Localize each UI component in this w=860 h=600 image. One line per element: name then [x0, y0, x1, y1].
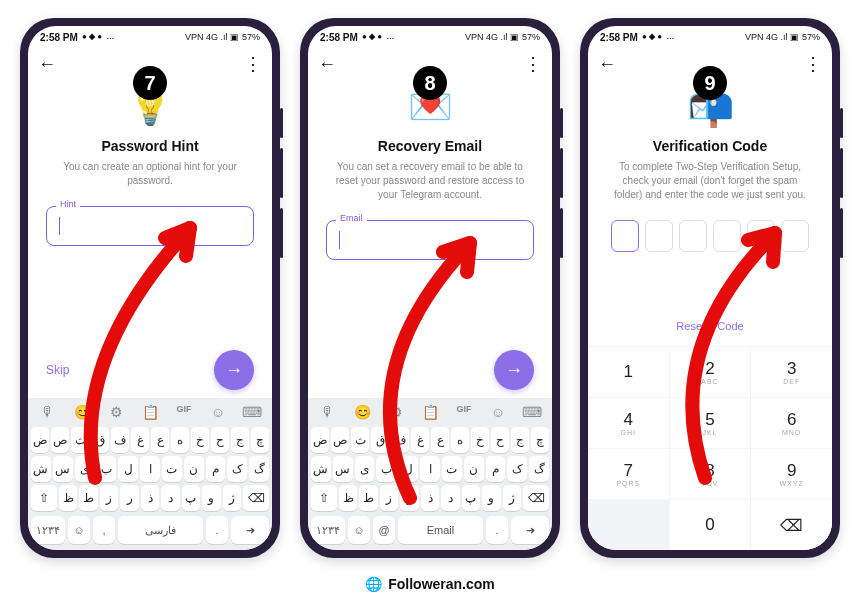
keyboard[interactable]: 🎙 😊 ⚙ 📋 GIF ☺ ⌨ ضصثقفغعهخحجچ شسیبلاتنمکگ…: [308, 398, 552, 550]
kbd-enter[interactable]: ➜: [231, 516, 269, 544]
mic-icon[interactable]: 🎙: [317, 404, 339, 420]
kbd-key[interactable]: ذ: [141, 485, 159, 511]
kbd-key[interactable]: ث: [71, 427, 89, 453]
kbd-key[interactable]: ح: [491, 427, 509, 453]
numpad-0[interactable]: 0: [670, 500, 751, 550]
kbd-key[interactable]: ا: [420, 456, 440, 482]
kbd-key[interactable]: گ: [529, 456, 549, 482]
kbd-key[interactable]: و: [482, 485, 500, 511]
kbd-space[interactable]: Email: [398, 516, 483, 544]
kbd-at[interactable]: @: [373, 516, 395, 544]
kbd-key[interactable]: ث: [351, 427, 369, 453]
kbd-key[interactable]: ی: [355, 456, 375, 482]
back-icon[interactable]: ←: [318, 55, 336, 73]
kbd-numbers[interactable]: ۱۲۳۴: [31, 516, 65, 544]
kbd-key[interactable]: ظ: [59, 485, 77, 511]
numpad-5[interactable]: 5JKL: [670, 398, 751, 448]
kbd-key[interactable]: گ: [249, 456, 269, 482]
kbd-key[interactable]: ض: [31, 427, 49, 453]
layout-icon[interactable]: ⌨: [241, 404, 263, 420]
kbd-key[interactable]: ع: [431, 427, 449, 453]
numpad[interactable]: 12ABC3DEF4GHI5JKL6MNO7PQRS8TUV9WXYZ0⌫: [588, 346, 832, 550]
kbd-key[interactable]: ب: [376, 456, 396, 482]
more-icon[interactable]: ⋮: [524, 55, 542, 73]
numpad-4[interactable]: 4GHI: [588, 398, 669, 448]
kbd-key[interactable]: ج: [231, 427, 249, 453]
numpad-6[interactable]: 6MNO: [751, 398, 832, 448]
kbd-backspace[interactable]: ⌫: [523, 485, 549, 511]
kbd-key[interactable]: پ: [462, 485, 480, 511]
kbd-emoji[interactable]: ☺: [68, 516, 90, 544]
kbd-key[interactable]: خ: [191, 427, 209, 453]
gear-icon[interactable]: ⚙: [105, 404, 127, 420]
numpad-9[interactable]: 9WXYZ: [751, 449, 832, 499]
kbd-key[interactable]: ش: [31, 456, 51, 482]
kbd-key[interactable]: ن: [464, 456, 484, 482]
hint-input[interactable]: [46, 206, 254, 246]
next-button[interactable]: →: [214, 350, 254, 390]
kbd-key[interactable]: ص: [51, 427, 69, 453]
kbd-key[interactable]: پ: [182, 485, 200, 511]
kbd-key[interactable]: د: [161, 485, 179, 511]
emoji-icon[interactable]: 😊: [351, 404, 373, 420]
back-icon[interactable]: ←: [598, 55, 616, 73]
kbd-key[interactable]: ژ: [223, 485, 241, 511]
kbd-key[interactable]: ج: [511, 427, 529, 453]
kbd-key[interactable]: ی: [75, 456, 95, 482]
kbd-period[interactable]: .: [486, 516, 508, 544]
kbd-key[interactable]: ت: [162, 456, 182, 482]
kbd-key[interactable]: د: [441, 485, 459, 511]
kbd-key[interactable]: ا: [140, 456, 160, 482]
gif-icon[interactable]: GIF: [453, 404, 475, 420]
layout-icon[interactable]: ⌨: [521, 404, 543, 420]
kbd-key[interactable]: ط: [79, 485, 97, 511]
kbd-key[interactable]: ز: [380, 485, 398, 511]
kbd-key[interactable]: ب: [96, 456, 116, 482]
kbd-key[interactable]: غ: [131, 427, 149, 453]
more-icon[interactable]: ⋮: [804, 55, 822, 73]
kbd-key[interactable]: ص: [331, 427, 349, 453]
kbd-lang[interactable]: ,: [93, 516, 115, 544]
sticker-icon[interactable]: ☺: [207, 404, 229, 420]
emoji-icon[interactable]: 😊: [71, 404, 93, 420]
kbd-key[interactable]: ض: [311, 427, 329, 453]
skip-button[interactable]: Skip: [46, 363, 69, 377]
kbd-period[interactable]: .: [206, 516, 228, 544]
kbd-key[interactable]: ه: [171, 427, 189, 453]
gear-icon[interactable]: ⚙: [385, 404, 407, 420]
kbd-numbers[interactable]: ۱۲۳۴: [311, 516, 345, 544]
kbd-key[interactable]: ک: [507, 456, 527, 482]
kbd-shift[interactable]: ⇧: [311, 485, 337, 511]
numpad-delete[interactable]: ⌫: [751, 500, 832, 550]
kbd-key[interactable]: ژ: [503, 485, 521, 511]
keyboard[interactable]: 🎙 😊 ⚙ 📋 GIF ☺ ⌨ ضصثقفغعهخحجچ شسیبلاتنمکگ…: [28, 398, 272, 550]
kbd-key[interactable]: خ: [471, 427, 489, 453]
resend-button[interactable]: Resend Code: [588, 320, 832, 346]
more-icon[interactable]: ⋮: [244, 55, 262, 73]
clipboard-icon[interactable]: 📋: [139, 404, 161, 420]
back-icon[interactable]: ←: [38, 55, 56, 73]
mic-icon[interactable]: 🎙: [37, 404, 59, 420]
kbd-key[interactable]: ل: [398, 456, 418, 482]
kbd-shift[interactable]: ⇧: [31, 485, 57, 511]
kbd-key[interactable]: ط: [359, 485, 377, 511]
kbd-key[interactable]: چ: [531, 427, 549, 453]
email-input[interactable]: [326, 220, 534, 260]
kbd-key[interactable]: س: [53, 456, 73, 482]
kbd-key[interactable]: غ: [411, 427, 429, 453]
kbd-key[interactable]: ل: [118, 456, 138, 482]
kbd-key[interactable]: چ: [251, 427, 269, 453]
sticker-icon[interactable]: ☺: [487, 404, 509, 420]
kbd-key[interactable]: م: [486, 456, 506, 482]
kbd-key[interactable]: ق: [91, 427, 109, 453]
numpad-2[interactable]: 2ABC: [670, 347, 751, 397]
kbd-key[interactable]: م: [206, 456, 226, 482]
kbd-backspace[interactable]: ⌫: [243, 485, 269, 511]
kbd-key[interactable]: ظ: [339, 485, 357, 511]
clipboard-icon[interactable]: 📋: [419, 404, 441, 420]
numpad-7[interactable]: 7PQRS: [588, 449, 669, 499]
numpad-8[interactable]: 8TUV: [670, 449, 751, 499]
next-button[interactable]: →: [494, 350, 534, 390]
kbd-key[interactable]: و: [202, 485, 220, 511]
kbd-key[interactable]: ر: [400, 485, 418, 511]
